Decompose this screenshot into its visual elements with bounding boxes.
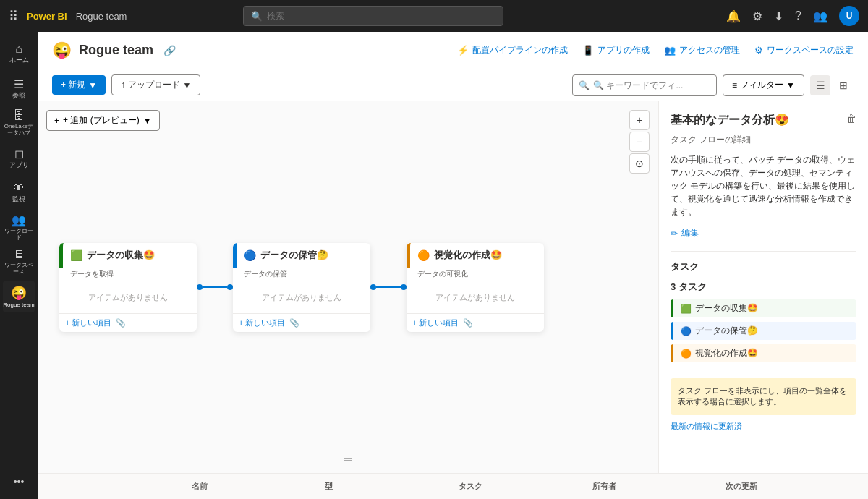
sidebar-item-home[interactable]: ⌂ ホーム — [3, 38, 35, 69]
new-button[interactable]: + 新規 ▼ — [52, 75, 106, 95]
settings-icon[interactable]: ⚙ — [752, 9, 762, 23]
sidebar-item-rogue-team[interactable]: 😜 Rogue team — [3, 281, 35, 312]
keyword-search-box[interactable]: 🔍 — [572, 74, 717, 96]
table-col-updated: 次の更新 — [720, 481, 854, 492]
upload-button[interactable]: ↑ アップロード ▼ — [111, 74, 200, 95]
manage-access-action[interactable]: 👥 アクセスの管理 — [664, 44, 740, 56]
sidebar-item-workload[interactable]: 👥 ワークロード — [3, 211, 35, 243]
main-content: + + 追加 (プレビュー) ▼ + − ⊙ 🟩 — [38, 101, 868, 473]
access-icon: 👥 — [664, 45, 676, 56]
delete-icon[interactable]: 🗑 — [846, 113, 856, 124]
sidebar-more-icon[interactable]: ••• — [14, 476, 25, 493]
filter-button[interactable]: ≡ フィルター ▼ — [723, 74, 804, 96]
store-body: アイテムがありません — [233, 282, 370, 313]
visualize-title: 視覚化の作成🤩 — [434, 249, 502, 262]
sidebar-item-onelake[interactable]: 🗄 OneLakeデータハブ — [3, 107, 35, 139]
workspace-settings-action[interactable]: ⚙ ワークスペースの設定 — [754, 44, 854, 56]
arrow-line-1 — [203, 286, 227, 288]
collect-add-footer[interactable]: + 新しい項目 📎 — [59, 313, 197, 332]
toolbar: + 新規 ▼ ↑ アップロード ▼ 🔍 ≡ フィルター ▼ ☰ — [38, 69, 868, 101]
visualize-subtitle: データの可視化 — [407, 268, 544, 282]
task-badge-visualize[interactable]: 🟠 視覚化の作成🤩 — [671, 344, 856, 362]
deploy-icon: ⚡ — [457, 45, 469, 56]
add-preview-icon: + — [54, 116, 59, 126]
sidebar-item-browse[interactable]: ☰ 参照 — [3, 72, 35, 104]
filter-dropdown-icon: ▼ — [786, 80, 795, 90]
zoom-fit-button[interactable]: ⊙ — [629, 153, 650, 174]
panel-flow-subtitle: タスク フローの詳細 — [671, 134, 856, 146]
edit-icon: ✏ — [671, 229, 678, 239]
table-col-type: 型 — [319, 481, 453, 492]
flow-node-store: 🔵 データの保管🤔 データの保管 アイテムがありません + 新しい項目 📎 — [233, 243, 370, 332]
store-add-label: + 新しい項目 — [239, 317, 285, 328]
arrow-dot-left-2 — [370, 284, 376, 290]
grid-view-icon[interactable]: ⊞ — [833, 75, 854, 95]
workspace-share-icon[interactable]: 🔗 — [163, 45, 176, 56]
sidebar-item-apps[interactable]: ◻ アプリ — [3, 142, 35, 174]
store-empty: アイテムがありません — [240, 286, 363, 309]
workspace-icon: 🖥 — [13, 248, 25, 261]
workspace-emoji: 😜 — [52, 41, 72, 60]
collect-clip-icon: 📎 — [116, 318, 126, 328]
collect-add-label: + 新しい項目 — [65, 317, 111, 328]
panel-header: 基本的なデータ分析😍 🗑 — [671, 113, 856, 128]
onelake-icon: 🗄 — [13, 109, 25, 122]
new-dropdown-icon: ▼ — [88, 80, 97, 90]
flow-node-visualize: 🟠 視覚化の作成🤩 データの可視化 アイテムがありません + 新しい項目 📎 — [407, 243, 544, 332]
search-input[interactable] — [267, 11, 495, 21]
arrow-dot-right-2 — [401, 284, 407, 290]
task-count: 3 タスク — [671, 281, 856, 294]
apps-icon: ◻ — [14, 147, 24, 161]
workspace-nav-label: Rogue team — [76, 11, 127, 22]
help-icon[interactable]: ? — [795, 9, 801, 22]
content-area: 😜 Rogue team 🔗 ⚡ 配置パイプラインの作成 📱 アプリの作成 👥 … — [38, 32, 868, 499]
zoom-controls: + − ⊙ — [629, 110, 650, 174]
zoom-out-button[interactable]: − — [629, 132, 650, 152]
sidebar: ⌂ ホーム ☰ 参照 🗄 OneLakeデータハブ ◻ アプリ 👁 監視 👥 ワ… — [0, 32, 38, 499]
add-preview-label: + 追加 (プレビュー) — [63, 114, 140, 127]
visualize-empty: アイテムがありません — [414, 286, 537, 309]
zoom-in-button[interactable]: + — [629, 110, 650, 130]
collect-title: データの収集🤩 — [87, 249, 155, 262]
task-badge-collect[interactable]: 🟩 データの収集🤩 — [671, 299, 856, 317]
panel-description: 次の手順に従って、バッチ データの取得、ウェアハウスへの保存、データの処理、セマ… — [671, 153, 856, 218]
notification-icon[interactable]: 🔔 — [726, 9, 741, 23]
workspace-actions: ⚡ 配置パイプラインの作成 📱 アプリの作成 👥 アクセスの管理 ⚙ ワークスペ… — [457, 44, 854, 56]
powerbi-logo: Power BI — [27, 11, 67, 22]
list-view-icon[interactable]: ☰ — [810, 75, 830, 95]
flow-diagram: 🟩 データの収集🤩 データを取得 アイテムがありません + 新しい項目 📎 — [59, 145, 658, 430]
flow-node-collect: 🟩 データの収集🤩 データを取得 アイテムがありません + 新しい項目 📎 — [59, 243, 197, 332]
edit-label: 編集 — [681, 227, 699, 239]
rogue-team-emoji: 😜 — [11, 285, 27, 301]
add-preview-bar: + + 追加 (プレビュー) ▼ — [46, 110, 160, 131]
download-icon[interactable]: ⬇ — [774, 9, 783, 23]
share-people-icon[interactable]: 👥 — [813, 9, 827, 23]
add-preview-button[interactable]: + + 追加 (プレビュー) ▼ — [46, 110, 160, 131]
table-col-task: タスク — [453, 481, 587, 492]
keyword-search-input[interactable] — [593, 80, 710, 90]
apps-grid-icon[interactable]: ⠿ — [9, 8, 18, 24]
store-clip-icon: 📎 — [289, 318, 299, 328]
filter-label: フィルター — [740, 79, 783, 91]
panel-edit-button[interactable]: ✏ 編集 — [671, 227, 856, 239]
deploy-pipeline-action[interactable]: ⚡ 配置パイプラインの作成 — [457, 44, 568, 56]
search-icon: 🔍 — [251, 11, 263, 22]
user-avatar[interactable]: U — [839, 6, 859, 26]
store-add-footer[interactable]: + 新しい項目 📎 — [233, 313, 370, 332]
sidebar-item-monitor[interactable]: 👁 監視 — [3, 176, 35, 208]
collect-header: 🟩 データの収集🤩 — [59, 243, 197, 268]
visualize-add-footer[interactable]: + 新しい項目 📎 — [407, 313, 544, 332]
visualize-add-label: + 新しい項目 — [412, 317, 459, 328]
global-search-box[interactable]: 🔍 — [243, 6, 503, 26]
upload-dropdown-icon: ▼ — [183, 80, 192, 90]
create-app-action[interactable]: 📱 アプリの作成 — [582, 44, 650, 56]
sidebar-item-workspace[interactable]: 🖥 ワークスペース — [3, 246, 35, 278]
arrow-line-2 — [376, 286, 401, 288]
refresh-label[interactable]: 最新の情報に更新済 — [671, 421, 856, 432]
new-label: + 新規 — [61, 79, 85, 91]
task-badge-store[interactable]: 🔵 データの保管🤔 — [671, 322, 856, 340]
browse-icon: ☰ — [14, 77, 24, 91]
visualize-icon: 🟠 — [417, 250, 430, 261]
settings2-icon: ⚙ — [754, 45, 763, 56]
arrow-dot-right-1 — [227, 284, 233, 290]
